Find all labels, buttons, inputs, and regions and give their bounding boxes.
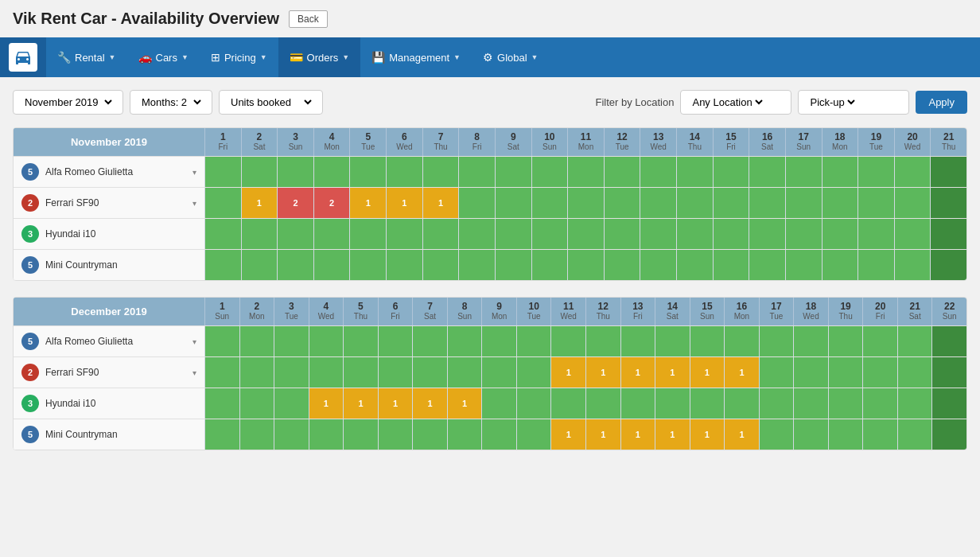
day-cell — [274, 357, 309, 388]
day-cell: 1 — [343, 388, 378, 419]
day-cell — [495, 219, 531, 249]
day-cell — [785, 188, 822, 218]
nav-item-global[interactable]: ⚙Global▼ — [472, 37, 550, 77]
day-cell — [349, 157, 386, 187]
day-cell — [495, 157, 531, 187]
day-cell — [862, 357, 897, 388]
pickup-filter[interactable]: Pick-up — [798, 90, 909, 115]
day-cell — [822, 219, 858, 249]
global-nav-icon: ⚙ — [483, 51, 493, 64]
day-cell — [343, 419, 378, 450]
month-select[interactable]: November 2019 December 2019 — [21, 95, 115, 109]
car-name: Mini Countryman — [45, 429, 118, 440]
chevron-down-icon[interactable]: ▾ — [192, 368, 196, 377]
day-cell — [897, 326, 932, 356]
table-row: 3Hyundai i1011111 — [14, 388, 966, 419]
day-cell — [828, 388, 863, 419]
day-cell: 1 — [724, 419, 759, 450]
day-cell — [531, 250, 568, 280]
day-cell — [676, 188, 713, 218]
car-info-mini-countryman: 5Mini Countryman — [14, 250, 204, 280]
units-select[interactable]: Units booked Units available — [228, 95, 314, 109]
day-cell — [204, 250, 241, 280]
car-badge: 5 — [21, 426, 39, 443]
day-cell — [822, 188, 858, 218]
months-filter[interactable]: Months: 2 Months: 1 Months: 3 — [130, 90, 212, 115]
day-cell — [713, 219, 749, 249]
day-cell — [759, 326, 794, 356]
day-cell — [349, 250, 386, 280]
filter-by-location-label: Filter by Location — [595, 96, 674, 108]
day-cell: 1 — [655, 357, 690, 388]
chevron-down-icon[interactable]: ▾ — [192, 168, 196, 177]
back-button[interactable]: Back — [289, 10, 328, 28]
day-cell — [516, 326, 551, 356]
day-cell: 1 — [585, 419, 620, 450]
day-col-11: 11Mon — [567, 128, 604, 156]
day-col-16: 16Mon — [724, 298, 759, 325]
day-cell — [931, 419, 966, 450]
rental-nav-icon: 🔧 — [57, 51, 71, 64]
day-cell — [894, 157, 931, 187]
nav-item-cars[interactable]: 🚗Cars▼ — [127, 37, 200, 77]
day-cell — [567, 250, 604, 280]
day-col-19: 19Thu — [828, 298, 863, 325]
nav-item-rental[interactable]: 🔧Rental▼ — [46, 37, 127, 77]
month-filter[interactable]: November 2019 December 2019 — [13, 90, 123, 115]
day-col-1: 1Fri — [204, 128, 241, 156]
day-col-7: 7Thu — [422, 128, 459, 156]
day-cell — [785, 250, 822, 280]
day-cell: 1 — [550, 419, 585, 450]
day-cell — [828, 326, 863, 356]
page-header: Vik Rent Car - Availability Overview Bac… — [0, 0, 980, 37]
location-filter[interactable]: Any Location — [680, 90, 791, 115]
day-cell — [567, 219, 604, 249]
nav-item-management[interactable]: 💾Management▼ — [360, 37, 472, 77]
cars-nav-label: Cars — [156, 52, 177, 64]
chevron-down-icon: ▼ — [531, 53, 539, 61]
months-select[interactable]: Months: 2 Months: 1 Months: 3 — [138, 95, 204, 109]
day-cell — [713, 157, 749, 187]
chevron-down-icon[interactable]: ▾ — [192, 337, 196, 346]
day-cell: 1 — [422, 188, 459, 218]
global-nav-label: Global — [497, 52, 527, 64]
day-cell — [931, 388, 966, 419]
day-cell — [313, 250, 350, 280]
apply-button[interactable]: Apply — [916, 91, 967, 114]
day-cell — [239, 357, 274, 388]
day-cell — [620, 326, 655, 356]
nav-item-orders[interactable]: 💳Orders▼ — [278, 37, 361, 77]
month-label: December 2019 — [14, 298, 204, 325]
day-col-19: 19Tue — [858, 128, 894, 156]
day-cell — [897, 388, 932, 419]
day-cell — [858, 157, 894, 187]
day-cell — [640, 219, 676, 249]
day-cell — [241, 219, 278, 249]
navbar: 🔧Rental▼🚗Cars▼⊞Pricing▼💳Orders▼💾Manageme… — [0, 37, 980, 77]
day-col-17: 17Tue — [759, 298, 794, 325]
day-cell: 1 — [655, 419, 690, 450]
car-badge: 5 — [21, 163, 39, 181]
nav-item-pricing[interactable]: ⊞Pricing▼ — [200, 37, 278, 77]
pickup-select[interactable]: Pick-up — [807, 95, 858, 109]
units-filter[interactable]: Units booked Units available — [219, 90, 323, 115]
day-cell: 1 — [309, 388, 344, 419]
day-cell — [343, 326, 378, 356]
car-badge: 3 — [21, 395, 39, 412]
location-select[interactable]: Any Location — [689, 95, 765, 109]
day-col-6: 6Fri — [378, 298, 413, 325]
chevron-down-icon: ▼ — [109, 53, 116, 61]
day-cell — [378, 357, 413, 388]
chevron-down-icon[interactable]: ▾ — [192, 199, 196, 208]
day-cell — [862, 419, 897, 450]
day-cell — [897, 419, 932, 450]
day-cell: 2 — [277, 188, 313, 218]
day-cell — [640, 188, 676, 218]
day-cell — [567, 157, 604, 187]
day-col-3: 3Sun — [277, 128, 313, 156]
day-cell — [204, 326, 239, 356]
day-cell — [412, 357, 447, 388]
day-cell — [458, 157, 495, 187]
day-col-9: 9Sat — [495, 128, 531, 156]
rental-nav-label: Rental — [75, 52, 105, 64]
